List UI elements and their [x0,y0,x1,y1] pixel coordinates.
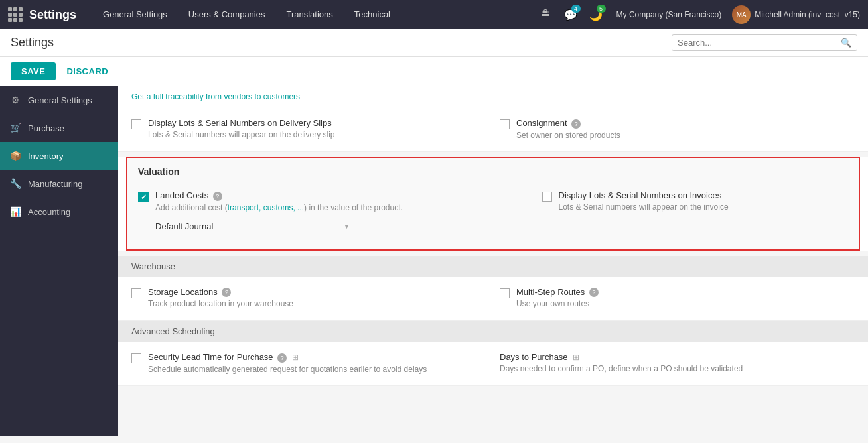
save-button[interactable]: SAVE [11,62,56,80]
setting-display-lots-invoices: Display Lots & Serial Numbers on Invoice… [542,185,849,218]
bug-icon[interactable] [536,5,555,25]
consignment-label: Consignment ? [516,118,620,129]
multi-step-routes-help-icon[interactable]: ? [589,288,599,297]
nav-general-settings[interactable]: General Settings [92,0,178,29]
valuation-content: Landed Costs ? Add additional cost (tran… [138,185,848,238]
sidebar-label-purchase: Purchase [28,123,64,133]
search-icon[interactable]: 🔍 [841,38,851,48]
journal-dropdown-icon[interactable]: ▼ [343,223,350,230]
discard-button[interactable]: DISCARD [61,62,113,80]
storage-locations-help-icon[interactable]: ? [222,288,231,297]
sidebar-label-accounting: Accounting [28,207,70,217]
search-box: 🔍 [672,34,857,51]
landed-costs-desc: Add additional cost (transport, customs,… [155,202,403,214]
content-area: Get a full traceability from vendors to … [118,86,868,436]
sidebar-item-inventory[interactable]: 📦 Inventory [0,142,118,170]
consignment-desc: Set owner on stored products [516,130,620,141]
multi-step-routes-label: Multi-Step Routes ? [516,287,599,298]
setting-consignment: Consignment ? Set owner on stored produc… [486,113,855,146]
storage-locations-checkbox[interactable] [131,288,141,298]
action-bar: SAVE DISCARD [0,57,868,86]
setting-storage-locations: Storage Locations ? Track product locati… [131,282,486,315]
display-lots-delivery-content: Display Lots & Serial Numbers on Deliver… [148,118,334,141]
warehouse-header: Warehouse [118,256,868,277]
advanced-scheduling-header: Advanced Scheduling [118,321,868,342]
valuation-box: Valuation Landed Costs ? Add add [126,157,860,250]
consignment-content: Consignment ? Set owner on stored produc… [516,118,620,141]
app-grid-icon[interactable] [8,7,23,22]
page-title: Settings [11,36,664,50]
valuation-right: Display Lots & Serial Numbers on Invoice… [529,185,849,238]
display-lots-invoices-desc: Lots & Serial numbers will appear on the… [559,202,729,213]
sidebar: ⚙ General Settings 🛒 Purchase 📦 Inventor… [0,86,118,436]
display-lots-invoices-checkbox[interactable] [542,192,552,202]
nav-technical[interactable]: Technical [344,0,401,29]
storage-locations-label: Storage Locations ? [148,287,293,298]
display-lots-delivery-checkbox[interactable] [131,119,141,129]
accounting-icon: 📊 [9,206,21,218]
sidebar-label-general-settings: General Settings [28,95,92,105]
nav-users-companies[interactable]: Users & Companies [178,0,276,29]
user-name: Mitchell Admin (inv_cost_v15) [755,10,860,19]
landed-costs-checkbox[interactable] [138,192,149,202]
topbar-right: 💬 4 🌙 5 My Company (San Francisco) MA Mi… [536,5,860,25]
landed-costs-link[interactable]: transport, customs, ... [228,203,304,212]
multi-step-routes-desc: Use your own routes [516,298,599,310]
security-lead-label: Security Lead Time for Purchase ? ⊞ [148,352,427,363]
setting-days-to-purchase: Days to Purchase ⊞ Days needed to confir… [486,347,855,380]
moon-badge: 5 [597,5,606,13]
security-lead-content: Security Lead Time for Purchase ? ⊞ Sche… [148,352,427,375]
setting-landed-costs: Landed Costs ? Add additional cost (tran… [138,185,529,238]
advanced-scheduling-section: Advanced Scheduling Security Lead Time f… [118,321,868,386]
user-menu[interactable]: MA Mitchell Admin (inv_cost_v15) [732,5,860,24]
landed-costs-help-icon[interactable]: ? [213,192,222,201]
display-lots-invoices-content: Display Lots & Serial Numbers on Invoice… [559,190,729,213]
search-input[interactable] [678,38,841,48]
landed-costs-label: Landed Costs ? [155,190,403,201]
display-lots-delivery-desc: Lots & Serial numbers will appear on the… [148,129,334,141]
setting-multi-step-routes: Multi-Step Routes ? Use your own routes [486,282,855,315]
nav-translations[interactable]: Translations [275,0,343,29]
user-avatar: MA [732,5,751,24]
lots-consignment-row: Display Lots & Serial Numbers on Deliver… [118,107,868,152]
warehouse-section: Warehouse Storage Locations ? Track prod… [118,256,868,321]
security-lead-help-icon[interactable]: ? [277,353,287,363]
consignment-help-icon[interactable]: ? [571,119,581,129]
setting-display-lots-delivery: Display Lots & Serial Numbers on Deliver… [131,113,486,146]
warehouse-settings-row: Storage Locations ? Track product locati… [118,277,868,321]
days-to-purchase-label: Days to Purchase ⊞ [500,352,743,362]
multi-step-routes-checkbox[interactable] [500,288,510,298]
valuation-section: Valuation Landed Costs ? Add add [118,157,868,250]
cart-icon: 🛒 [9,122,21,134]
top-stub: Get a full traceability from vendors to … [118,86,868,107]
sidebar-item-accounting[interactable]: 📊 Accounting [0,198,118,225]
journal-row: Default Journal ▼ [155,220,403,233]
journal-input[interactable] [218,220,338,233]
sidebar-item-purchase[interactable]: 🛒 Purchase [0,114,118,142]
chat-icon[interactable]: 💬 4 [561,5,581,25]
security-lead-table-icon: ⊞ [292,353,299,362]
moon-icon[interactable]: 🌙 5 [586,5,606,25]
days-to-purchase-content: Days to Purchase ⊞ Days needed to confir… [500,352,743,375]
consignment-checkbox[interactable] [500,119,510,129]
chat-badge: 4 [571,5,581,13]
security-lead-desc: Schedule automatically generated request… [148,364,427,375]
sidebar-item-manufacturing[interactable]: 🔧 Manufacturing [0,170,118,198]
top-stub-desc: Get a full traceability from vendors to … [131,92,300,101]
page-header: Settings 🔍 [0,29,868,57]
gear-icon: ⚙ [9,94,21,106]
landed-costs-content: Landed Costs ? Add additional cost (tran… [155,190,403,233]
valuation-left: Landed Costs ? Add additional cost (tran… [138,185,529,238]
app-name: Settings [29,8,76,22]
display-lots-delivery-label: Display Lots & Serial Numbers on Deliver… [148,118,334,128]
main-layout: ⚙ General Settings 🛒 Purchase 📦 Inventor… [0,86,868,436]
display-lots-invoices-label: Display Lots & Serial Numbers on Invoice… [559,190,729,200]
storage-locations-desc: Track product location in your warehouse [148,298,293,310]
sidebar-item-general-settings[interactable]: ⚙ General Settings [0,86,118,114]
days-to-purchase-desc: Days needed to confirm a PO, define when… [500,363,743,375]
sidebar-label-manufacturing: Manufacturing [28,179,82,189]
security-lead-checkbox[interactable] [131,353,141,363]
topbar: Settings General Settings Users & Compan… [0,0,868,29]
valuation-title: Valuation [138,166,848,177]
company-selector[interactable]: My Company (San Francisco) [611,10,727,19]
